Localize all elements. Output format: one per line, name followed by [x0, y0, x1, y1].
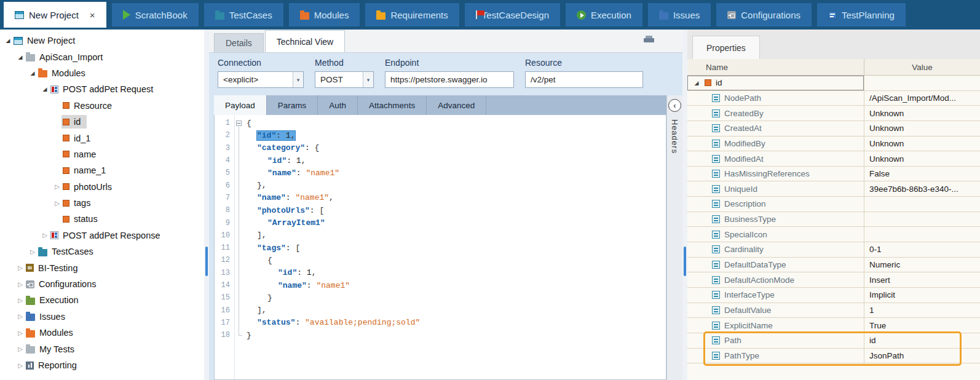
property-row-pathtype[interactable]: PathTypeJsonPath	[687, 349, 980, 364]
tab-properties[interactable]: Properties	[692, 36, 760, 59]
property-name: Description	[724, 199, 766, 208]
collapsed-arrow-icon[interactable]: ▷	[28, 248, 37, 255]
property-row-specialicon[interactable]: SpecialIcon	[687, 227, 980, 242]
headers-side-panel[interactable]: ‹ Headers	[666, 95, 682, 380]
property-row-defaultdatatype[interactable]: DefaultDataTypeNumeric	[687, 258, 980, 273]
tab-configurations[interactable]: Configurations	[716, 3, 812, 26]
tree-item-status[interactable]: status	[0, 211, 204, 227]
collapsed-arrow-icon[interactable]: ▷	[16, 346, 25, 352]
tree-item-apiscan-import[interactable]: ◢ApiScan_Import	[0, 49, 204, 65]
collapsed-arrow-icon[interactable]: ▷	[53, 183, 61, 190]
expanded-arrow-icon[interactable]: ◢	[693, 80, 700, 86]
tab-requirements[interactable]: Requirements	[365, 3, 459, 26]
configurations-icon	[727, 11, 736, 19]
tree-item-id[interactable]: id	[0, 114, 204, 130]
method-select[interactable]: POST ▾	[315, 71, 374, 88]
tree-item-execution[interactable]: ▷Execution	[0, 292, 204, 308]
tab-issues[interactable]: Issues	[648, 3, 711, 26]
expanded-arrow-icon[interactable]: ◢	[4, 38, 12, 44]
fold-toggle-icon[interactable]	[236, 121, 242, 126]
tree-item-modules[interactable]: ▷Modules	[0, 325, 204, 341]
resource-input[interactable]	[525, 71, 643, 88]
tree-item-issues[interactable]: ▷Issues	[0, 309, 204, 325]
collapsed-arrow-icon[interactable]: ▷	[41, 232, 49, 239]
property-name: DefaultValue	[724, 306, 771, 315]
collapsed-arrow-icon[interactable]: ▷	[16, 313, 25, 320]
print-icon[interactable]	[644, 36, 654, 45]
tree-item-resource[interactable]: Resource	[0, 98, 204, 114]
payload-tab-payload[interactable]: Payload	[214, 95, 267, 115]
property-row-description[interactable]: Description	[687, 197, 980, 212]
payload-editor[interactable]: 1{2"id": 1,3"category": {4"id": 1,5"name…	[214, 115, 666, 380]
tree-item-reporting[interactable]: ▷Reporting	[0, 357, 204, 373]
tab-testcasedesign[interactable]: TestCaseDesign	[465, 3, 560, 26]
tab-testplanning[interactable]: TestPlanning	[817, 3, 906, 26]
tab-label: New Project	[29, 10, 79, 20]
property-row-modifiedat[interactable]: ModifiedAtUnknown	[687, 151, 980, 167]
connection-select[interactable]: <explicit> ▾	[218, 71, 304, 88]
tree-item-my-tests[interactable]: ▷My Tests	[0, 341, 204, 357]
name-column-header[interactable]: Name	[687, 63, 864, 72]
property-row-cardinality[interactable]: Cardinality0-1	[687, 242, 980, 258]
tree-item-tags[interactable]: ▷tags	[0, 195, 204, 211]
tree-item-name-1[interactable]: name_1	[0, 162, 204, 178]
tree-item-configurations[interactable]: ▷Configurations	[0, 276, 204, 292]
tab-technical-view[interactable]: Technical View	[265, 30, 345, 52]
expanded-arrow-icon[interactable]: ◢	[41, 86, 49, 92]
property-row-defaultvalue[interactable]: DefaultValue1	[687, 303, 980, 319]
collapsed-arrow-icon[interactable]: ▷	[16, 297, 25, 304]
tree-item-label: BI-Testing	[38, 263, 77, 273]
collapsed-arrow-icon[interactable]: ▷	[16, 264, 25, 271]
folder-blue-icon	[659, 12, 668, 20]
property-row-defaultactionmode[interactable]: DefaultActionModeInsert	[687, 272, 980, 288]
payload-tab-attachments[interactable]: Attachments	[358, 95, 427, 115]
property-row-uniqueid[interactable]: UniqueId39ee7b6b-86b3-e340-...	[687, 181, 980, 197]
property-row-modifiedby[interactable]: ModifiedByUnknown	[687, 137, 980, 152]
tree-item-name[interactable]: name	[0, 146, 204, 162]
property-row-businesstype[interactable]: BusinessType	[687, 212, 980, 228]
value-column-header[interactable]: Value	[864, 59, 980, 75]
payload-tab-advanced[interactable]: Advanced	[427, 95, 486, 115]
collapse-arrow-icon[interactable]: ‹	[668, 99, 681, 112]
tree-item-new-project[interactable]: ◢New Project	[0, 33, 204, 49]
tree-item-bi-testing[interactable]: ▷BI-Testing	[0, 259, 204, 275]
tab-testcases[interactable]: TestCases	[204, 3, 283, 26]
tree-item-modules[interactable]: ◢Modules	[0, 65, 204, 81]
folder-orange-icon	[26, 330, 35, 338]
tab-execution[interactable]: Execution	[566, 3, 642, 26]
property-row-hasmissingreferences[interactable]: HasMissingReferencesFalse	[687, 167, 980, 182]
tab-modules[interactable]: Modules	[289, 3, 360, 26]
payload-tab-auth[interactable]: Auth	[318, 95, 358, 115]
payload-tab-params[interactable]: Params	[267, 95, 318, 115]
property-row-createdat[interactable]: CreatedAtUnknown	[687, 121, 980, 137]
property-row-root[interactable]: ◢id	[687, 76, 980, 91]
collapsed-arrow-icon[interactable]: ▷	[16, 362, 25, 369]
collapsed-arrow-icon[interactable]: ▷	[16, 281, 25, 288]
code-line: 18}	[215, 329, 666, 341]
tree-item-testcases[interactable]: ▷TestCases	[0, 243, 204, 259]
property-row-interfacetype[interactable]: InterfaceTypeImplicit	[687, 288, 980, 303]
property-value: Numeric	[864, 258, 980, 272]
expanded-arrow-icon[interactable]: ◢	[16, 54, 25, 60]
tab-scratchbook[interactable]: ScratchBook	[112, 3, 199, 26]
tree-item-photourls[interactable]: ▷photoUrls	[0, 179, 204, 195]
right-splitter[interactable]	[682, 30, 687, 380]
tab-new-project[interactable]: New Project×	[4, 2, 106, 28]
expanded-arrow-icon[interactable]: ◢	[28, 70, 37, 76]
tree-item-label: photoUrls	[74, 182, 112, 192]
endpoint-input[interactable]	[385, 71, 514, 88]
tree-item-post-addpet-request[interactable]: ◢POST addPet Request	[0, 81, 204, 97]
close-icon[interactable]: ×	[90, 10, 95, 20]
tab-details[interactable]: Details	[214, 33, 264, 52]
property-row-explicitname[interactable]: ExplicitNameTrue	[687, 318, 980, 333]
property-row-path[interactable]: Pathid	[687, 333, 980, 349]
property-row-createdby[interactable]: CreatedByUnknown	[687, 106, 980, 121]
folder-teal-icon	[215, 12, 224, 20]
tree-item-post-addpet-response[interactable]: ▷POST addPet Response	[0, 228, 204, 243]
property-root-value	[864, 76, 980, 90]
collapsed-arrow-icon[interactable]: ▷	[53, 200, 61, 207]
left-splitter[interactable]	[204, 30, 209, 380]
property-row-nodepath[interactable]: NodePath/ApiScan_Import/Mod...	[687, 91, 980, 106]
collapsed-arrow-icon[interactable]: ▷	[16, 330, 25, 336]
tree-item-id-1[interactable]: id_1	[0, 130, 204, 146]
